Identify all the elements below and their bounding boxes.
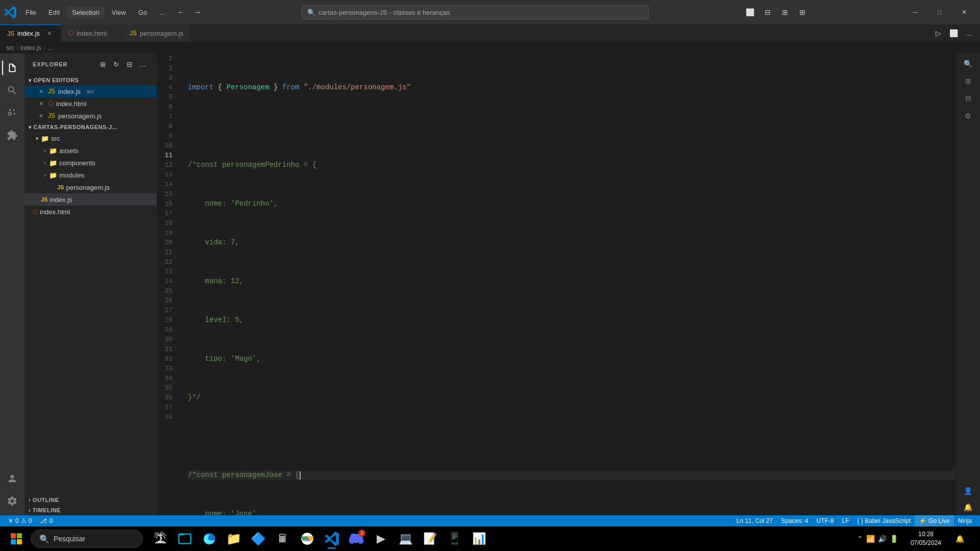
start-button[interactable]	[4, 527, 29, 551]
menu-more[interactable]: ...	[154, 7, 170, 18]
tab-close-button[interactable]: ✕	[44, 29, 54, 38]
search-box[interactable]: 🔍 cartas-personagens-JS - classes e hera…	[302, 5, 649, 19]
rpanel-extensions[interactable]: ⊞	[958, 73, 978, 89]
project-tree-header[interactable]: ▾ CARTAS-PERSONAGENS-J...	[24, 122, 157, 132]
rpanel-search[interactable]: 🔍	[958, 56, 978, 72]
rpanel-more[interactable]: ⚙	[958, 108, 978, 124]
forward-button[interactable]: →	[190, 5, 205, 19]
back-button[interactable]: ←	[174, 5, 188, 19]
tree-item-index-html[interactable]: ⬡ index.html	[24, 206, 157, 218]
tree-item-personagem-js[interactable]: JS personagem.js	[24, 181, 157, 193]
customize-layout-button[interactable]: ⊞	[794, 4, 811, 20]
layout-button[interactable]: ⊟	[760, 4, 776, 20]
menu-go[interactable]: Go	[133, 7, 152, 18]
tree-item-modules[interactable]: › 📁 modules	[24, 169, 157, 181]
main-area: EXPLORER ⊞ ↻ ⊟ … ▾ OPEN EDITORS ✕ JS ind…	[0, 54, 980, 515]
open-editors-arrow: ▾	[29, 78, 32, 83]
menu-edit[interactable]: Edit	[43, 7, 65, 18]
tab-personagem-js[interactable]: JS personagem.js	[122, 24, 191, 42]
line-31: 31	[157, 344, 178, 354]
status-cursor[interactable]: Ln 11, Col 27	[732, 515, 777, 527]
layout-panel-button[interactable]: ⊞	[777, 4, 793, 20]
tree-item-src[interactable]: ▾ 📁 src	[24, 132, 157, 144]
taskbar-app-chrome[interactable]	[296, 528, 318, 550]
taskbar-app-bing[interactable]: 🔷	[247, 528, 270, 550]
breadcrumb-file[interactable]: index.js	[20, 44, 41, 52]
open-editor-index-js[interactable]: ✕ JS index.js src	[24, 85, 157, 97]
taskbar-app-terminal[interactable]: ▶	[370, 528, 392, 550]
breadcrumb-src[interactable]: src	[6, 44, 14, 52]
line-5: 5	[157, 92, 178, 102]
taskbar-search[interactable]: 🔍 Pesquisar	[31, 530, 143, 548]
open-editors-header[interactable]: ▾ OPEN EDITORS	[24, 75, 157, 85]
status-encoding[interactable]: UTF-8	[813, 515, 838, 527]
code-line-12: nome: 'Jose',	[188, 509, 955, 515]
line-33: 33	[157, 364, 178, 373]
js-file-icon: JS	[130, 30, 137, 37]
maximize-button[interactable]: □	[928, 4, 951, 20]
close-icon[interactable]: ✕	[37, 112, 45, 120]
taskbar-app-taskmanager[interactable]: 📊	[468, 528, 490, 550]
close-icon[interactable]: ✕	[37, 99, 45, 108]
close-button[interactable]: ✕	[952, 4, 976, 20]
open-editor-index-html[interactable]: ✕ ⬡ index.html	[24, 97, 157, 110]
show-desktop-button[interactable]	[972, 528, 976, 550]
taskbar-app-phone[interactable]: 📱	[443, 528, 465, 550]
tab-index-html[interactable]: ⬡ index.html	[61, 24, 122, 42]
menu-file[interactable]: File	[20, 7, 41, 18]
menu-view[interactable]: View	[107, 7, 131, 18]
golive-icon: ⚡	[919, 517, 926, 524]
code-editor[interactable]: 1 2 3 4 5 6 7 8 9 10 11 12 13 14 15 16 1…	[157, 54, 955, 515]
outline-header[interactable]: › OUTLINE	[24, 495, 157, 505]
activity-settings[interactable]	[2, 491, 22, 511]
rpanel-settings[interactable]: 👤	[958, 483, 978, 499]
taskbar-app-edge[interactable]	[198, 528, 220, 550]
menu-selection[interactable]: Selection	[67, 7, 104, 18]
activity-explorer[interactable]	[2, 58, 22, 78]
status-ninja[interactable]: Ninja	[954, 515, 976, 527]
status-source-control[interactable]: ⎇ 0	[36, 515, 57, 527]
new-file-button[interactable]: ⊞	[97, 59, 109, 70]
minimize-button[interactable]: ─	[903, 4, 927, 20]
status-golive[interactable]: ⚡ Go Live	[915, 515, 953, 527]
taskbar-app-discord[interactable]: 2	[345, 528, 368, 550]
notification-button[interactable]: 🔔	[949, 528, 970, 550]
more-button[interactable]: …	[137, 59, 149, 70]
timeline-header[interactable]: › TIMELINE	[24, 505, 157, 515]
status-errors[interactable]: ✕ 0 ⚠ 0	[4, 515, 36, 527]
rpanel-table[interactable]: ⊟	[958, 90, 978, 107]
status-spaces[interactable]: Spaces: 4	[777, 515, 812, 527]
more-actions-button[interactable]: …	[962, 27, 976, 39]
taskbar-clock[interactable]: 10:28 07/05/2024	[904, 528, 947, 550]
activity-extensions[interactable]	[2, 125, 22, 145]
activity-accounts[interactable]	[2, 468, 22, 489]
taskbar-app-files[interactable]	[174, 528, 196, 550]
tree-item-components[interactable]: › 📁 components	[24, 157, 157, 169]
status-left: ✕ 0 ⚠ 0 ⎇ 0	[4, 515, 57, 527]
taskbar-app-folder[interactable]: 📁	[223, 528, 245, 550]
taskbar-app-sticky[interactable]: 📝	[419, 528, 441, 550]
rpanel-account[interactable]: 🔔	[958, 499, 978, 515]
taskbar-app-vscode[interactable]	[321, 528, 343, 550]
activity-source-control[interactable]	[2, 103, 22, 123]
close-icon[interactable]: ✕	[37, 87, 45, 95]
encoding-label: UTF-8	[817, 517, 834, 524]
tree-item-index-js[interactable]: JS index.js	[24, 193, 157, 206]
collapse-button[interactable]: ⊟	[124, 59, 135, 70]
code-text[interactable]: import { Personagem } from "./modules/pe…	[183, 54, 955, 515]
status-language[interactable]: { } Babel JavaScript	[853, 515, 915, 527]
status-eol[interactable]: LF	[838, 515, 853, 527]
activity-search[interactable]	[2, 80, 22, 101]
breadcrumb-more[interactable]: ...	[47, 44, 53, 52]
taskbar-app-powershell[interactable]: 💻	[394, 528, 416, 550]
tab-index-js[interactable]: JS index.js ✕	[0, 24, 61, 42]
split-editor-button[interactable]: ⬜	[742, 4, 758, 20]
tree-item-assets[interactable]: › 📁 assets	[24, 144, 157, 157]
system-tray-icons[interactable]: ⌃ 📶 🔊 🔋	[853, 528, 902, 550]
run-button[interactable]: ▷	[931, 27, 945, 39]
refresh-button[interactable]: ↻	[111, 59, 122, 70]
split-editor-button[interactable]: ⬜	[946, 27, 961, 39]
open-editor-personagem-js[interactable]: ✕ JS personagem.js	[24, 110, 157, 122]
taskbar-app-island[interactable]: 🏝	[149, 528, 172, 550]
taskbar-app-calc[interactable]: 🖩	[272, 528, 294, 550]
